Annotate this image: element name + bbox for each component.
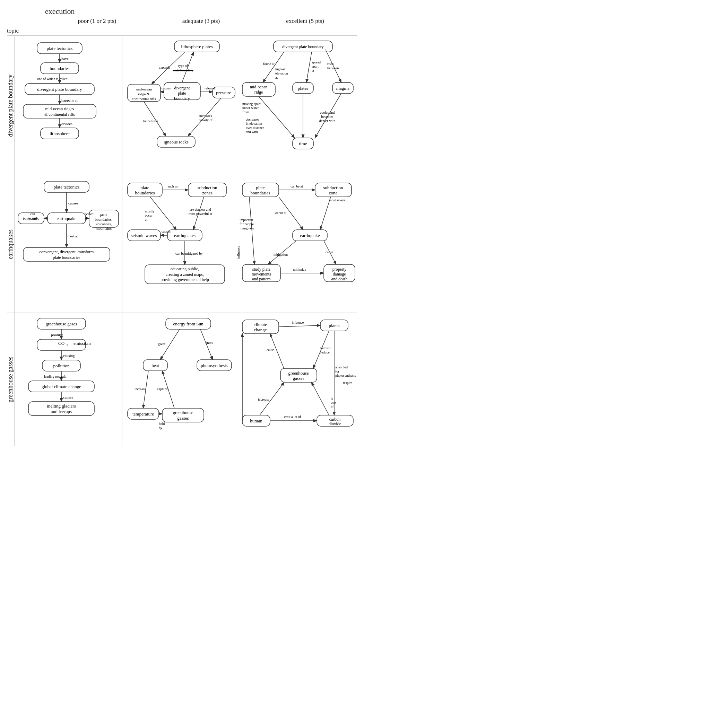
svg-text:boundary: boundary <box>174 96 190 101</box>
cell-greenhouse-excellent: climate change plants infuence greenhous… <box>237 313 359 446</box>
svg-text:mostly: mostly <box>145 209 154 213</box>
concept-map-greenhouse-adequate: energy from Sun heat photosynthesis give… <box>124 315 235 443</box>
svg-text:damage: damage <box>333 272 346 276</box>
svg-text:causes: causes <box>162 86 171 90</box>
svg-text:emit a lot of: emit a lot of <box>284 415 301 419</box>
svg-text:found at: found at <box>263 62 275 66</box>
topic-header-label: topic <box>7 27 19 34</box>
page-container: execution poor (1 or 2 pts) adequate (3 … <box>7 7 357 446</box>
svg-text:influence: influence <box>237 246 240 259</box>
svg-text:living near: living near <box>240 226 255 230</box>
svg-text:photosynthesis: photosynthesis <box>201 363 227 368</box>
cell-earthquakes-poor: plate tectonics causes earthquake tsumam… <box>15 176 122 313</box>
svg-text:by: by <box>159 426 162 430</box>
svg-text:most severe: most severe <box>329 198 346 202</box>
svg-text:captures: captures <box>157 387 168 391</box>
svg-text:plate boundary: plate boundary <box>172 68 194 72</box>
execution-label: execution <box>45 7 75 15</box>
svg-line-231 <box>312 383 329 415</box>
svg-text:boundaries: boundaries <box>50 66 69 71</box>
svg-text:are deepest and: are deepest and <box>190 207 211 211</box>
svg-line-67 <box>325 50 341 82</box>
topic-label-greenhouse: greenhouse gasses <box>7 313 15 446</box>
concept-map-earthquakes-adequate: plate boundaries subduction zones such a… <box>124 178 235 310</box>
svg-text:subduction: subduction <box>197 185 217 190</box>
svg-text:type of: type of <box>178 64 188 67</box>
svg-text:property: property <box>333 267 346 272</box>
svg-text:earthquake: earthquake <box>56 216 76 221</box>
svg-text:most powerful at: most powerful at <box>189 212 212 215</box>
svg-text:infuence: infuence <box>292 320 304 324</box>
svg-text:movements: movements <box>252 272 271 276</box>
svg-text:reduce: reduce <box>321 350 330 354</box>
svg-text:heat: heat <box>151 363 159 368</box>
svg-text:providing governmental help: providing governmental help <box>160 277 209 282</box>
row-greenhouse: greenhouse gasses greenhouse gases prod <box>7 313 357 446</box>
concept-map-earthquakes-excellent: plate boundaries subduction zone can be … <box>239 178 357 310</box>
svg-text:helps to: helps to <box>321 346 331 350</box>
svg-text:leading towards: leading towards <box>44 375 66 378</box>
row-divergent: divergent plate boundary plate tectonics… <box>7 35 357 176</box>
svg-text:boundaries,: boundaries, <box>95 217 112 221</box>
cell-divergent-excellent: divergent plate boundary mid-ocean ridge… <box>237 36 359 176</box>
concept-map-greenhouse-poor: greenhouse gases produce CO 2 emissions … <box>16 315 120 443</box>
svg-text:human: human <box>250 418 263 424</box>
svg-text:moving apart: moving apart <box>242 102 261 106</box>
svg-text:mid-ocean ridges: mid-ocean ridges <box>46 107 74 111</box>
svg-text:such as: such as <box>168 185 177 188</box>
svg-text:causes: causes <box>63 395 73 399</box>
svg-text:cause: cause <box>325 250 333 254</box>
svg-text:increases: increases <box>199 114 212 118</box>
svg-text:melting glaciers: melting glaciers <box>47 403 76 409</box>
svg-text:at: at <box>145 218 147 221</box>
svg-text:occur at: occur at <box>275 211 286 215</box>
svg-text:causing: causing <box>63 354 75 358</box>
svg-text:dioxide: dioxide <box>329 421 341 426</box>
svg-text:2: 2 <box>67 343 68 347</box>
svg-text:plate tectonics: plate tectonics <box>47 46 73 51</box>
svg-text:cooles and: cooles and <box>320 111 335 114</box>
svg-text:from: from <box>242 110 249 114</box>
svg-text:plants: plants <box>329 323 339 328</box>
cell-divergent-adequate: lithosphere plates divergent plate bound… <box>122 36 237 176</box>
svg-text:increase: increase <box>258 398 269 401</box>
svg-text:volcanoes,: volcanoes, <box>96 222 112 226</box>
svg-text:emissions: emissions <box>73 341 91 346</box>
svg-text:study plate: study plate <box>252 267 270 272</box>
svg-text:in elevation: in elevation <box>246 122 262 125</box>
svg-text:cause: cause <box>267 348 275 352</box>
svg-line-78 <box>259 96 294 137</box>
svg-line-162 <box>249 197 255 264</box>
svg-text:absorbed: absorbed <box>335 365 348 369</box>
svg-text:plate tectonics: plate tectonics <box>54 185 80 189</box>
svg-text:energy from Sun: energy from Sun <box>173 321 203 326</box>
svg-text:can be mitigated by: can be mitigated by <box>176 252 203 255</box>
svg-text:divides: divides <box>61 122 72 126</box>
svg-text:photosynthesis: photosynthesis <box>335 374 356 377</box>
cell-earthquakes-excellent: plate boundaries subduction zone can be … <box>237 176 359 313</box>
svg-text:earthquakes: earthquakes <box>174 233 195 238</box>
svg-text:apart: apart <box>312 64 319 68</box>
svg-text:at: at <box>312 69 314 72</box>
svg-text:greenhouse: greenhouse <box>288 371 308 376</box>
svg-text:held: held <box>159 422 165 426</box>
svg-text:and pattern: and pattern <box>252 276 271 281</box>
svg-text:climate: climate <box>254 322 267 327</box>
svg-text:carbon: carbon <box>329 417 341 422</box>
cell-divergent-poor: plate tectonics have boundaries one of w… <box>15 36 122 176</box>
svg-line-117 <box>150 197 176 229</box>
svg-text:minimize: minimize <box>293 267 306 272</box>
concept-map-divergent-adequate: lithosphere plates divergent plate bound… <box>124 37 235 172</box>
svg-text:igneous rocks: igneous rocks <box>163 139 189 145</box>
svg-text:plate: plate <box>140 185 149 190</box>
svg-text:plate: plate <box>100 213 107 217</box>
svg-text:at: at <box>275 76 278 79</box>
svg-text:can: can <box>30 212 35 216</box>
svg-text:one: one <box>331 401 336 404</box>
svg-text:plates: plates <box>298 85 308 91</box>
svg-text:have: have <box>61 56 69 61</box>
cell-greenhouse-poor: greenhouse gases produce CO 2 emissions … <box>15 313 122 446</box>
svg-text:zone: zone <box>329 190 338 195</box>
svg-text:seismic waves: seismic waves <box>131 233 157 238</box>
svg-text:convergent, divergent, transfo: convergent, divergent, transform <box>40 250 94 254</box>
